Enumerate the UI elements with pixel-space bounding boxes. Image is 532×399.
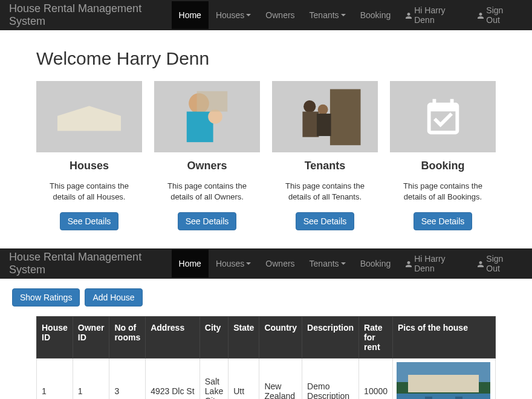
- house-image: [36, 81, 142, 152]
- navbar-bottom: House Rental Management System Home Hous…: [0, 248, 532, 279]
- nav-owners[interactable]: Owners: [258, 250, 302, 277]
- welcome-section: Welcome Harry Denn Houses This page cont…: [0, 30, 532, 248]
- th-owner-id: Owner ID: [73, 317, 109, 358]
- svg-point-2: [208, 109, 222, 124]
- card-desc: This page contains the details of all Te…: [272, 181, 378, 203]
- card-desc: This page contains the details of all Ow…: [154, 181, 260, 203]
- table-header-row: House ID Owner ID No of rooms Address Ci…: [37, 317, 496, 358]
- calendar-check-icon: [422, 96, 464, 138]
- nav-signout[interactable]: Sign Out: [470, 245, 523, 282]
- cell-house-id: 1: [37, 358, 73, 399]
- navbar-top: House Rental Management System Home Hous…: [0, 0, 532, 30]
- show-ratings-button[interactable]: Show Ratings: [12, 288, 80, 307]
- card-title: Houses: [36, 160, 142, 172]
- nav-signout[interactable]: Sign Out: [470, 0, 523, 34]
- nav-booking[interactable]: Booking: [353, 250, 398, 277]
- see-details-button[interactable]: See Details: [60, 212, 119, 230]
- house-thumbnail[interactable]: [397, 362, 490, 399]
- svg-point-7: [318, 105, 328, 115]
- caret-icon: [341, 262, 346, 265]
- add-house-button[interactable]: Add House: [85, 288, 142, 307]
- nav-booking[interactable]: Booking: [353, 1, 398, 29]
- th-house-id: House ID: [37, 317, 73, 358]
- cell-rate: 10000: [359, 358, 393, 399]
- nav-tenants[interactable]: Tenants: [302, 250, 353, 277]
- cell-state: Utt: [229, 358, 259, 399]
- card-desc: This page contains the details of all Bo…: [390, 181, 496, 203]
- cell-address: 4923 Dlc St: [146, 358, 200, 399]
- cell-owner-id: 1: [73, 358, 109, 399]
- see-details-button[interactable]: See Details: [178, 212, 237, 230]
- cell-country: New Zealand: [259, 358, 302, 399]
- th-city: City: [199, 317, 228, 358]
- user-icon: [477, 11, 484, 19]
- houses-section: Show Ratings Add House House ID Owner ID…: [0, 279, 532, 399]
- card-desc: This page contains the details of all Ho…: [36, 181, 142, 203]
- card-title: Tenants: [272, 160, 378, 172]
- table-row: 1 1 3 4923 Dlc St Salt Lake City Utt New…: [37, 358, 496, 399]
- cell-rooms: 3: [109, 358, 146, 399]
- houses-table: House ID Owner ID No of rooms Address Ci…: [36, 316, 496, 399]
- card-title: Owners: [154, 160, 260, 172]
- card-title: Booking: [390, 160, 496, 172]
- action-row: Show Ratings Add House: [12, 288, 520, 307]
- th-rooms: No of rooms: [109, 317, 146, 358]
- brand[interactable]: House Rental Management System: [9, 251, 167, 276]
- user-icon: [405, 11, 412, 19]
- th-desc: Description: [302, 317, 359, 358]
- svg-rect-6: [302, 112, 319, 137]
- nav-tenants[interactable]: Tenants: [302, 1, 353, 29]
- card-tenants: Tenants This page contains the details o…: [272, 81, 378, 230]
- brand[interactable]: House Rental Management System: [9, 2, 167, 28]
- see-details-button[interactable]: See Details: [414, 212, 473, 230]
- nav-greeting[interactable]: Hi Harry Denn: [398, 245, 470, 282]
- th-country: Country: [259, 317, 302, 358]
- th-address: Address: [146, 317, 200, 358]
- nav-greeting[interactable]: Hi Harry Denn: [398, 0, 470, 34]
- card-owners: Owners This page contains the details of…: [154, 81, 260, 230]
- card-houses: Houses This page contains the details of…: [36, 81, 142, 230]
- nav-home[interactable]: Home: [172, 1, 209, 29]
- nav-houses[interactable]: Houses: [209, 250, 258, 277]
- svg-rect-8: [317, 114, 331, 136]
- see-details-button[interactable]: See Details: [296, 212, 355, 230]
- nav-home[interactable]: Home: [172, 250, 209, 277]
- cell-pic: [393, 358, 496, 399]
- booking-image: [390, 81, 496, 152]
- owners-image: [154, 81, 260, 152]
- user-icon: [405, 260, 412, 267]
- svg-rect-3: [197, 91, 228, 112]
- svg-rect-4: [330, 89, 361, 145]
- caret-icon: [341, 14, 346, 16]
- cell-desc: Demo Description: [302, 358, 359, 399]
- card-row: Houses This page contains the details of…: [36, 81, 496, 230]
- caret-icon: [246, 14, 251, 16]
- nav-houses[interactable]: Houses: [209, 1, 258, 29]
- welcome-heading: Welcome Harry Denn: [36, 48, 496, 69]
- tenants-image: [272, 81, 378, 152]
- cell-city: Salt Lake City: [199, 358, 228, 399]
- card-booking: Booking This page contains the details o…: [390, 81, 496, 230]
- user-icon: [477, 260, 484, 267]
- svg-point-5: [303, 100, 316, 112]
- caret-icon: [246, 262, 251, 265]
- th-state: State: [229, 317, 259, 358]
- nav-owners[interactable]: Owners: [258, 1, 302, 29]
- th-pics: Pics of the house: [393, 317, 496, 358]
- th-rate: Rate for rent: [359, 317, 393, 358]
